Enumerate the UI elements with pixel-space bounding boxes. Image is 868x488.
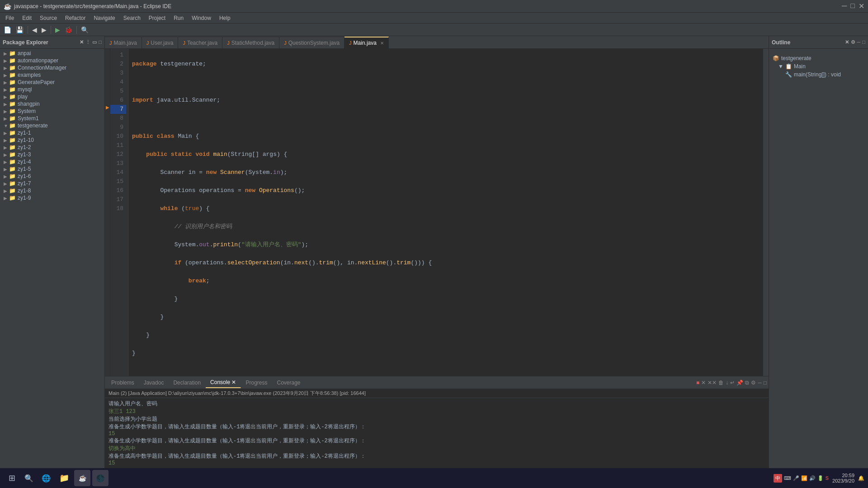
toolbar-new[interactable]: 📄 bbox=[2, 25, 13, 34]
code-editor: ▶ 1 2 3 4 5 6 7 8 bbox=[105, 49, 769, 376]
tree-item-zy1-8[interactable]: ▶📁zy1-8 bbox=[0, 187, 104, 194]
taskbar-search[interactable]: 🔍 bbox=[22, 471, 36, 485]
speaker-icon[interactable]: 🔊 bbox=[809, 475, 816, 481]
menu-project[interactable]: Project bbox=[145, 14, 169, 22]
menu-source[interactable]: Source bbox=[36, 14, 61, 22]
toolbar-forward[interactable]: ▶ bbox=[40, 25, 48, 34]
tree-item-zy1-6[interactable]: ▶📁zy1-6 bbox=[0, 173, 104, 180]
code-content[interactable]: package testgenerate; import java.util.S… bbox=[128, 49, 763, 376]
console-minimize-icon[interactable]: ─ bbox=[758, 380, 762, 386]
console-remove-icon[interactable]: ✕✕ bbox=[708, 380, 717, 386]
tab-questionsystem-java[interactable]: J QuestionSystem.java bbox=[279, 37, 344, 48]
console-word-wrap-icon[interactable]: ↵ bbox=[730, 380, 735, 386]
tab-user-java[interactable]: J User.java bbox=[142, 37, 179, 48]
tree-item-zy1-1[interactable]: ▶📁zy1-1 bbox=[0, 129, 104, 136]
menu-search[interactable]: Search bbox=[120, 14, 144, 22]
tab-main-java-1[interactable]: J Main.java bbox=[105, 37, 142, 48]
close-button[interactable]: ✕ bbox=[859, 2, 864, 10]
tab-javadoc[interactable]: Javadoc bbox=[139, 378, 169, 388]
console-maximize-icon[interactable]: □ bbox=[764, 380, 767, 386]
console-stop-icon[interactable]: ■ bbox=[696, 380, 699, 386]
tree-item-zy1-7[interactable]: ▶📁zy1-7 bbox=[0, 180, 104, 187]
taskbar-browser[interactable]: 🌐 bbox=[38, 470, 54, 486]
code-line-5: public class Main { bbox=[132, 132, 760, 141]
menu-run[interactable]: Run bbox=[170, 14, 187, 22]
tab-console[interactable]: Console ✕ bbox=[206, 377, 241, 388]
menu-file[interactable]: File bbox=[2, 14, 18, 22]
vertical-scrollbar[interactable] bbox=[763, 49, 769, 376]
input-method-2-icon[interactable]: S bbox=[826, 475, 829, 481]
taskbar-explorer[interactable]: 📁 bbox=[56, 470, 72, 486]
battery-icon[interactable]: 🔋 bbox=[817, 475, 824, 481]
outline-settings-icon[interactable]: ⚙ bbox=[851, 39, 855, 45]
tab-close-button[interactable]: ✕ bbox=[380, 41, 384, 46]
menu-help[interactable]: Help bbox=[216, 14, 234, 22]
toolbar-back[interactable]: ◀ bbox=[30, 25, 39, 34]
tree-item-shangpin[interactable]: ▶📁shangpin bbox=[0, 100, 104, 108]
mic-icon[interactable]: 🎤 bbox=[793, 475, 799, 481]
tab-declaration[interactable]: Declaration bbox=[169, 378, 206, 388]
outline-maximize-icon[interactable]: □ bbox=[862, 39, 865, 45]
package-explorer-icons: ⋮ ▭ □ bbox=[85, 39, 102, 45]
console-terminate-icon[interactable]: ✕ bbox=[701, 380, 706, 386]
tree-item-system1[interactable]: ▶📁System1 bbox=[0, 115, 104, 122]
toolbar-save[interactable]: 💾 bbox=[14, 25, 25, 34]
collapse-all-icon[interactable]: ⋮ bbox=[85, 39, 90, 45]
toolbar-run[interactable]: ▶ bbox=[53, 25, 62, 34]
tab-staticmethod-java[interactable]: J StaticMethod.java bbox=[222, 37, 279, 48]
minimize-panel-icon[interactable]: ▭ bbox=[92, 39, 97, 45]
tree-item-zy1-2[interactable]: ▶📁zy1-2 bbox=[0, 144, 104, 151]
console-pin-icon[interactable]: 📌 bbox=[736, 380, 743, 386]
tree-item-zy1-4[interactable]: ▶📁zy1-4 bbox=[0, 158, 104, 165]
keyboard-icon[interactable]: ⌨ bbox=[784, 475, 791, 481]
console-scroll-icon[interactable]: ↓ bbox=[726, 380, 728, 386]
tab-coverage[interactable]: Coverage bbox=[273, 378, 306, 388]
tree-item-mysql[interactable]: ▶📁mysql bbox=[0, 86, 104, 93]
tree-item-testgenerate[interactable]: ▼📁testgenerate bbox=[0, 122, 104, 129]
tree-item-generatepaper[interactable]: ▶📁GeneratePaper bbox=[0, 79, 104, 86]
tree-item-play[interactable]: ▶📁play bbox=[0, 93, 104, 100]
toolbar-debug[interactable]: 🐞 bbox=[63, 25, 74, 34]
notification-icon[interactable]: 🔔 bbox=[858, 475, 864, 481]
tree-item-connectionmanager[interactable]: ▶📁ConnectionManager bbox=[0, 64, 104, 71]
tree-item-zy1-10[interactable]: ▶📁zy1-10 bbox=[0, 136, 104, 144]
taskbar-eclipse[interactable]: 🌑 bbox=[92, 470, 108, 486]
ln-11: 11 bbox=[110, 141, 126, 150]
tab-main-java-active[interactable]: J Main.java ✕ bbox=[344, 37, 389, 48]
outline-item-main[interactable]: ▼ 📋 Main bbox=[771, 62, 866, 70]
tab-progress[interactable]: Progress bbox=[241, 378, 272, 388]
tab-problems[interactable]: Problems bbox=[107, 378, 139, 388]
package-explorer-close[interactable]: ✕ bbox=[80, 39, 84, 45]
taskbar-java-app[interactable]: ☕ bbox=[74, 470, 90, 486]
menu-refactor[interactable]: Refactor bbox=[61, 14, 89, 22]
tree-item-automationpaper[interactable]: ▶📁automationpaper bbox=[0, 57, 104, 64]
tree-item-zy1-5[interactable]: ▶📁zy1-5 bbox=[0, 165, 104, 173]
network-icon[interactable]: 📶 bbox=[801, 475, 807, 481]
maximize-button[interactable]: □ bbox=[850, 2, 855, 10]
console-copy-icon[interactable]: ⧉ bbox=[745, 380, 749, 386]
tree-item-system[interactable]: ▶📁System bbox=[0, 108, 104, 115]
tree-item-zy1-3[interactable]: ▶📁zy1-3 bbox=[0, 151, 104, 158]
toolbar-search[interactable]: 🔍 bbox=[79, 25, 90, 34]
maximize-panel-icon[interactable]: □ bbox=[99, 39, 102, 45]
title-bar-controls[interactable]: ─ □ ✕ bbox=[842, 2, 864, 10]
package-tree[interactable]: ▶📁anpai ▶📁automationpaper ▶📁ConnectionMa… bbox=[0, 49, 104, 475]
tree-item-examples[interactable]: ▶📁examples bbox=[0, 71, 104, 79]
menu-edit[interactable]: Edit bbox=[19, 14, 35, 22]
console-output[interactable]: 请输入用户名、密码 张三1 123 当前选择为小学出题 准备生成小学数学题目，请… bbox=[105, 398, 769, 475]
menu-navigate[interactable]: Navigate bbox=[90, 14, 118, 22]
menu-window[interactable]: Window bbox=[188, 14, 215, 22]
taskbar-time[interactable]: 20:59 2023/9/20 bbox=[832, 473, 854, 483]
outline-item-testgenerate[interactable]: 📦 testgenerate bbox=[771, 54, 866, 62]
console-clear-icon[interactable]: 🗑 bbox=[718, 380, 724, 386]
outline-close[interactable]: ✕ bbox=[845, 39, 849, 45]
minimize-button[interactable]: ─ bbox=[842, 2, 847, 10]
outline-item-main-method[interactable]: 🔧 main(String[]) : void bbox=[771, 70, 866, 79]
outline-minimize-icon[interactable]: ─ bbox=[857, 39, 861, 45]
input-method-icon[interactable]: 中 bbox=[774, 474, 782, 483]
taskbar-start[interactable]: ⊞ bbox=[4, 470, 20, 486]
tree-item-anpai[interactable]: ▶📁anpai bbox=[0, 50, 104, 57]
tab-teacher-java[interactable]: J Teacher.java bbox=[178, 37, 222, 48]
console-config-icon[interactable]: ⚙ bbox=[751, 380, 756, 386]
tree-item-zy1-9[interactable]: ▶📁zy1-9 bbox=[0, 194, 104, 202]
